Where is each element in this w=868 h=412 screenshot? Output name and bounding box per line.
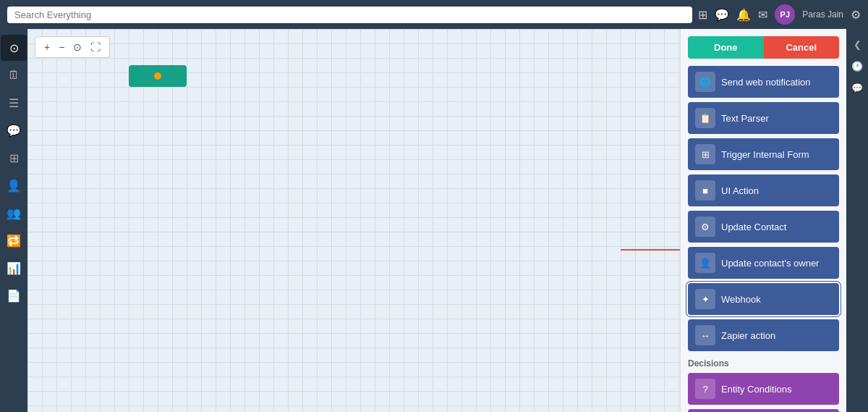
mail-icon[interactable]: ✉: [758, 8, 767, 22]
search-input[interactable]: [7, 7, 692, 23]
sidebar-icon-user[interactable]: 👤: [1, 172, 27, 198]
topbar-icons: ⊞ 💬 🔔 ✉ PJ Paras Jain ⚙: [698, 4, 861, 25]
canvas-toolbar: + − ⊙ ⛶: [35, 36, 110, 58]
arrow-indicator: [621, 243, 680, 257]
sidebar-icon-dashboard[interactable]: ⊙: [1, 35, 27, 61]
username-label: Paras Jain: [802, 9, 843, 20]
text-parser-label: Text Parser: [721, 113, 769, 124]
avatar[interactable]: PJ: [775, 4, 795, 25]
panel-item-text-parser[interactable]: 📋 Text Parser: [688, 102, 839, 134]
entity-conditions-label: Entity Conditions: [721, 384, 792, 395]
sidebar-icon-documents[interactable]: 📄: [1, 282, 27, 308]
trigger-form-icon: ⊞: [695, 144, 715, 164]
main-layout: ⊙ 🗓 ☰ 💬 ⊞ 👤 👥 🔁 📊 📄 + − ⊙ ⛶ Done Cancel: [0, 29, 868, 412]
cancel-button[interactable]: Cancel: [764, 36, 840, 59]
bell-icon[interactable]: 🔔: [736, 8, 751, 22]
right-mini-sidebar: ❮ 🕐 💬: [846, 29, 868, 412]
update-contact-icon: ⚙: [695, 216, 715, 237]
panel-item-time-conditions[interactable]: ? Time Conditions: [688, 409, 839, 412]
entity-conditions-icon: ?: [695, 379, 715, 399]
sidebar-icon-chat[interactable]: 💬: [1, 117, 27, 143]
update-owner-icon: 👤: [695, 253, 715, 273]
webhook-icon: ✦: [695, 289, 715, 309]
sidebar-icon-grid[interactable]: ⊞: [1, 145, 27, 171]
ui-action-icon: ■: [695, 180, 715, 201]
sidebar-icon-contacts[interactable]: 👥: [1, 200, 27, 226]
node-dot: [154, 72, 161, 80]
canvas-area[interactable]: + − ⊙ ⛶: [27, 29, 680, 412]
canvas-node[interactable]: [129, 65, 187, 87]
topbar: ⊞ 💬 🔔 ✉ PJ Paras Jain ⚙: [0, 0, 868, 29]
collapse-right-icon[interactable]: ❮: [848, 35, 867, 54]
panel-item-ui-action[interactable]: ■ UI Action: [688, 175, 839, 206]
done-button[interactable]: Done: [688, 36, 764, 59]
right-panel: Done Cancel 🌐 Send web notification 📋 Te…: [680, 29, 846, 412]
sidebar-icon-list[interactable]: ☰: [1, 90, 27, 116]
trigger-form-label: Trigger Internal Form: [721, 149, 809, 160]
panel-item-update-contact-owner[interactable]: 👤 Update contact's owner: [688, 247, 839, 279]
ui-action-label: UI Action: [721, 185, 759, 196]
send-web-notification-icon: 🌐: [695, 72, 715, 92]
text-parser-icon: 📋: [695, 108, 715, 128]
send-web-notification-label: Send web notification: [721, 77, 811, 88]
sidebar-icon-reports[interactable]: 📊: [1, 255, 27, 281]
chat-icon[interactable]: 💬: [715, 8, 729, 22]
panel-item-entity-conditions[interactable]: ? Entity Conditions: [688, 373, 839, 405]
panel-item-webhook[interactable]: ✦ Webhook: [688, 283, 839, 315]
panel-items-list: 🌐 Send web notification 📋 Text Parser ⊞ …: [681, 66, 846, 412]
comments-icon[interactable]: 💬: [848, 78, 867, 97]
sidebar-icon-calendar[interactable]: 🗓: [1, 62, 27, 88]
webhook-label: Webhook: [721, 294, 761, 305]
panel-item-trigger-internal-form[interactable]: ⊞ Trigger Internal Form: [688, 138, 839, 170]
update-owner-label: Update contact's owner: [721, 258, 819, 269]
left-sidebar: ⊙ 🗓 ☰ 💬 ⊞ 👤 👥 🔁 📊 📄: [0, 29, 27, 412]
zoom-out-button[interactable]: −: [56, 40, 67, 54]
update-contact-label: Update Contact: [721, 222, 786, 232]
fullscreen-button[interactable]: ⛶: [88, 40, 103, 54]
arrow-line: [621, 249, 680, 251]
add-icon[interactable]: ⊞: [698, 8, 707, 22]
history-icon[interactable]: 🕐: [848, 56, 867, 75]
panel-header: Done Cancel: [681, 29, 846, 66]
zoom-in-button[interactable]: +: [41, 40, 53, 54]
settings-icon[interactable]: ⚙: [851, 8, 861, 22]
decisions-section-title: Decisions: [688, 358, 839, 369]
center-button[interactable]: ⊙: [70, 40, 85, 54]
panel-item-update-contact[interactable]: ⚙ Update Contact: [688, 211, 839, 243]
zapier-label: Zapier action: [721, 330, 775, 341]
panel-item-zapier-action[interactable]: ↔ Zapier action: [688, 319, 839, 351]
zapier-icon: ↔: [695, 325, 715, 345]
panel-item-send-web-notification[interactable]: 🌐 Send web notification: [688, 66, 839, 98]
sidebar-icon-deals[interactable]: 🔁: [1, 227, 27, 253]
